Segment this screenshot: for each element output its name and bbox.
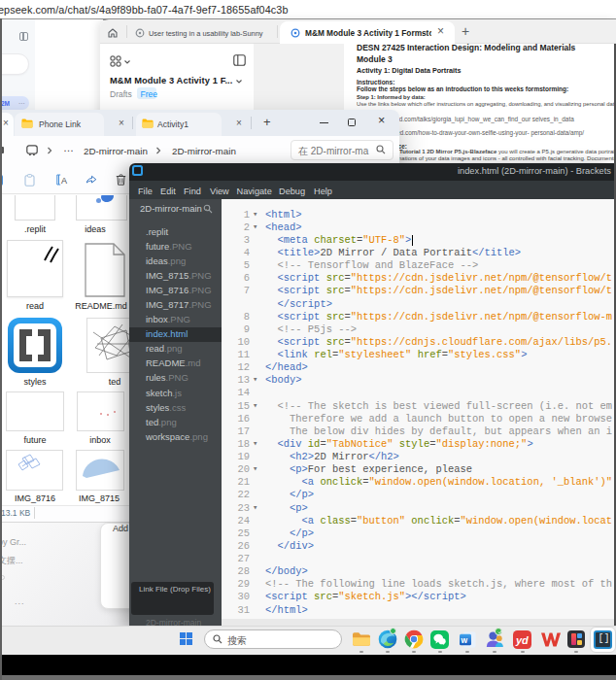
svg-text:A: A xyxy=(61,176,67,186)
svg-text:w: w xyxy=(461,635,468,645)
